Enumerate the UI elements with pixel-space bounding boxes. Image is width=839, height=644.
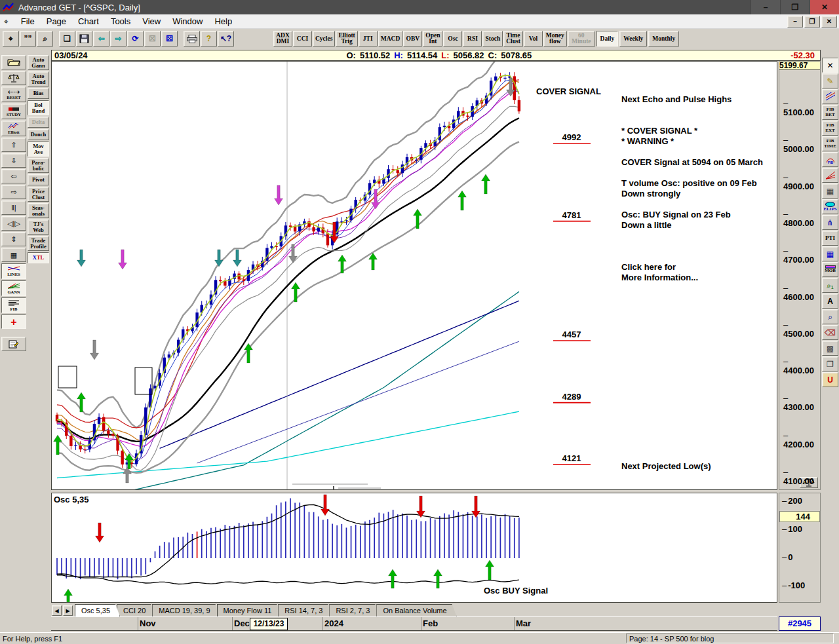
pencil-tool-button[interactable]: ✎ <box>822 73 838 88</box>
eraser-tool-button[interactable]: ⌫ <box>822 325 838 340</box>
dice-button[interactable]: ⚄ <box>161 31 178 47</box>
zoom-tool-button[interactable]: ⌕ <box>822 309 838 324</box>
save-button[interactable] <box>76 31 92 47</box>
close-button[interactable]: ✕ <box>810 0 839 14</box>
help-button[interactable]: ? <box>201 31 217 47</box>
seasonals-button[interactable]: Seas-onals <box>28 203 49 218</box>
mov-ave-button[interactable]: MovAve <box>28 142 49 157</box>
minimize-button[interactable]: – <box>751 0 780 14</box>
lines-button[interactable]: LINES <box>1 263 26 279</box>
print-button[interactable] <box>184 31 200 47</box>
grid-button[interactable]: ▦ <box>1 248 26 262</box>
oscillator-panel-canvas[interactable]: Osc 5,35Osc BUY Signal <box>51 493 777 603</box>
donch-button[interactable]: Donch <box>28 129 49 140</box>
ellipse-tool-button[interactable]: ELIPS <box>822 199 838 214</box>
tab-cci-20[interactable]: CCI 20 <box>117 604 155 616</box>
elliott-trig-button[interactable]: ElliottTrig <box>336 31 357 47</box>
xtl-button[interactable]: XTL <box>28 252 49 263</box>
text-tool-button[interactable]: A <box>822 294 838 309</box>
new-page-button[interactable]: ❏ <box>59 31 75 47</box>
restore-button[interactable]: ❐ <box>780 0 810 14</box>
menu-file[interactable]: File <box>15 15 41 28</box>
adx-dmi-button[interactable]: ADXDMI <box>273 31 292 47</box>
pin-tool-button[interactable]: ⌖ <box>3 31 19 47</box>
obv-button[interactable]: OBV <box>403 31 422 47</box>
stoch-button[interactable]: Stoch <box>482 31 503 47</box>
scales-button[interactable] <box>1 71 26 85</box>
jti-button[interactable]: JTI <box>359 31 378 47</box>
reset-button[interactable]: ⇠⇢RESET <box>1 86 26 102</box>
tf-60-minute-button[interactable]: 60Minute <box>568 31 595 47</box>
gann-button[interactable]: GANN <box>1 280 26 296</box>
tf-monthly-button[interactable]: Monthly <box>648 31 679 47</box>
trend-lines-button[interactable] <box>822 89 838 104</box>
scroll-down-button[interactable]: ⇩ <box>1 153 26 168</box>
tab-rsi-14-7-3[interactable]: RSI 14, 7, 3 <box>278 604 332 616</box>
auto-trend-button[interactable]: AutoTrend <box>28 71 49 86</box>
quotes-button[interactable]: ”” <box>20 31 36 47</box>
tab-scroll-left-button[interactable]: ◀ <box>52 605 62 616</box>
red-cross-button[interactable]: + <box>1 314 26 329</box>
tab-macd-19-39-9[interactable]: MACD 19, 39, 9 <box>152 604 220 616</box>
mdi-minimize-button[interactable]: – <box>787 16 803 28</box>
menu-window[interactable]: Window <box>166 15 208 28</box>
trade-profile-button[interactable]: TradeProfile <box>28 236 49 251</box>
tab-on-balance-volume[interactable]: On Balance Volume <box>376 604 456 616</box>
scroll-right-button[interactable]: ⇨ <box>1 185 26 199</box>
tab-osc-5-35[interactable]: Osc 5,35 <box>75 604 120 616</box>
context-help-button[interactable]: ↖? <box>218 31 234 47</box>
copy-notes-button[interactable]: ❐ <box>822 356 838 371</box>
tjs-web-button[interactable]: TJ'sWeb <box>28 219 49 235</box>
parabolic-button[interactable]: Para-bolic <box>28 158 49 173</box>
tf-weekly-button[interactable]: Weekly <box>619 31 647 47</box>
scroll-up-button[interactable]: ⇧ <box>1 138 26 152</box>
tab-rsi-2-7-3[interactable]: RSI 2, 7, 3 <box>329 604 380 616</box>
page-back-button[interactable]: ⇦ <box>93 31 109 47</box>
money-lens-button[interactable]: ⌕₁ <box>822 278 838 293</box>
menu-chart[interactable]: Chart <box>72 15 105 28</box>
mdi-restore-button[interactable]: ❐ <box>804 16 820 28</box>
elliott-button[interactable]: Elliott <box>1 121 26 136</box>
page-notes-button[interactable] <box>1 337 26 351</box>
auto-gann-button[interactable]: AutoGann <box>28 55 49 70</box>
date-axis[interactable]: NovDec2024FebMar12/13/23 <box>51 616 777 631</box>
vertical-scale-button[interactable]: ⇕ <box>1 232 26 246</box>
bias-button[interactable]: Bias <box>28 88 49 99</box>
osc-button[interactable]: Osc <box>443 31 462 47</box>
date-marker-box[interactable]: 12/13/23 <box>250 618 288 630</box>
open-int-button[interactable]: OpenInt <box>423 31 442 47</box>
magnet-button[interactable]: U <box>822 372 838 387</box>
fib-time-button[interactable]: FIBTIME <box>822 136 838 151</box>
menu-help[interactable]: Help <box>208 15 238 28</box>
menu-view[interactable]: View <box>136 15 166 28</box>
delta-button[interactable]: Delta <box>28 117 49 128</box>
bol-band-button[interactable]: BolBand <box>28 100 49 115</box>
tab-scroll-right-button[interactable]: ▶ <box>63 605 73 616</box>
pitchfork-tool-button[interactable]: ⋔ <box>822 215 838 230</box>
vol-button[interactable]: Vol <box>524 31 543 47</box>
delete-study-button[interactable]: ☒ <box>144 31 161 47</box>
bar-compress-button[interactable]: ‖| <box>1 200 26 215</box>
price-axis[interactable]: 5199.67 5100.005000.004900.004800.004700… <box>779 61 821 490</box>
pti-button[interactable]: PTI <box>822 231 838 246</box>
tf-daily-button[interactable]: Daily <box>596 31 619 47</box>
price-clust-button[interactable]: PriceClust <box>28 187 49 202</box>
gann-fan-button[interactable] <box>822 168 838 183</box>
fib-button[interactable]: FIB <box>1 297 26 313</box>
fib-retracement-button[interactable]: FIBRET <box>822 105 838 120</box>
scroll-left-button[interactable]: ⇦ <box>1 169 26 183</box>
cycles-button[interactable]: Cycles <box>313 31 335 47</box>
bar-expand-button[interactable]: ◁|▷ <box>1 216 26 231</box>
price-chart-canvas[interactable]: 49924781445742894121COVER SIGNALNext Ech… <box>51 61 777 490</box>
mob-button[interactable]: MOB <box>822 262 838 277</box>
time-clust-button[interactable]: TimeClust <box>503 31 523 47</box>
pattern-tool-button[interactable]: ▩ <box>822 341 838 356</box>
menu-page[interactable]: Page <box>41 15 72 28</box>
blue-grid-button[interactable]: ▦ <box>822 246 838 261</box>
money-flow-button[interactable]: Moneyflow <box>543 31 567 47</box>
fib-extension-button[interactable]: FIBEXT <box>822 121 838 136</box>
page-forward-button[interactable]: ⇨ <box>110 31 127 47</box>
study-button[interactable]: STUDY <box>1 104 26 119</box>
tab-money-flow-11[interactable]: Money Flow 11 <box>217 604 282 616</box>
menu-tools[interactable]: Tools <box>105 15 136 28</box>
